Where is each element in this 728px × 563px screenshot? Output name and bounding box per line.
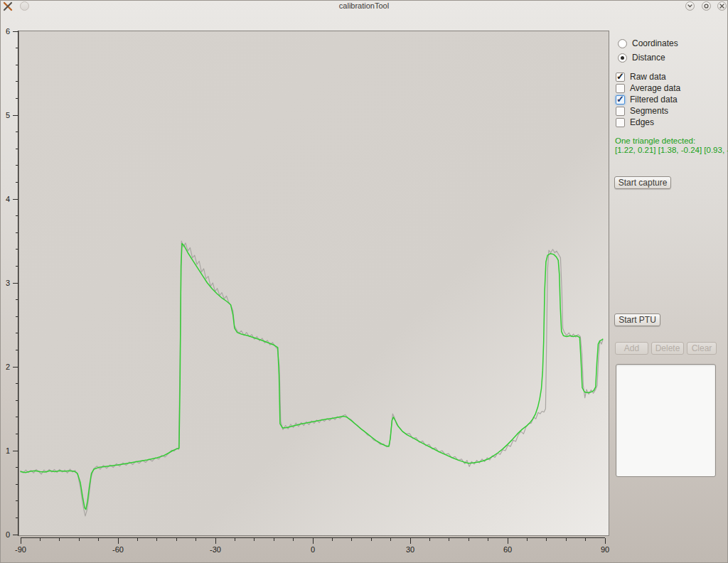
detection-status: One triangle detected: [1.22, 0.21] [1.3…: [615, 136, 728, 155]
window-maximize-button[interactable]: [702, 1, 711, 11]
checkbox-indicator: ✓: [616, 118, 625, 127]
control-panel: Coordinates Distance ✓ Raw data ✓ Averag…: [610, 28, 728, 563]
window-title: calibrationTool: [0, 1, 728, 10]
radio-distance[interactable]: Distance: [618, 53, 665, 63]
checkbox-indicator: ✓: [616, 95, 625, 104]
detection-status-line1: One triangle detected:: [615, 136, 728, 146]
checkbox-label: Filtered data: [630, 95, 678, 104]
x-tick-label: -60: [112, 545, 124, 554]
checkbox-label: Segments: [630, 106, 668, 116]
titlebar: calibrationTool: [0, 0, 728, 12]
y-tick-label: 5: [6, 111, 10, 119]
y-tick-label: 0: [6, 530, 10, 539]
points-listbox[interactable]: [616, 364, 716, 477]
x-tick-label: 90: [601, 545, 609, 554]
clear-button[interactable]: Clear: [687, 342, 717, 355]
plot-series-svg: [19, 31, 609, 535]
start-capture-button[interactable]: Start capture: [614, 176, 671, 189]
checkbox-label: Raw data: [630, 72, 666, 82]
x-tick-label: 30: [406, 545, 414, 554]
y-tick-label: 3: [6, 279, 10, 287]
x-tick-label: 60: [503, 545, 512, 554]
radio-label: Coordinates: [632, 38, 678, 48]
checkbox-indicator: ✓: [616, 107, 625, 116]
close-icon: [718, 2, 726, 10]
y-tick-label: 1: [6, 446, 10, 455]
detection-status-line2: [1.22, 0.21] [1.38, -0.24] [0.93, -0.41]: [615, 146, 728, 155]
checkbox-label: Edges: [630, 117, 654, 127]
chevron-down-icon: [686, 2, 694, 10]
delete-button[interactable]: Delete: [651, 342, 684, 355]
radio-indicator: [618, 53, 627, 63]
checkbox-indicator: ✓: [616, 73, 625, 82]
checkbox-segments[interactable]: ✓ Segments: [616, 106, 668, 116]
y-tick-label: 6: [6, 27, 10, 36]
y-tick-label: 2: [6, 363, 10, 371]
y-tick-label: 4: [6, 195, 10, 203]
checkbox-label: Average data: [630, 83, 680, 93]
start-ptu-button[interactable]: Start PTU: [614, 313, 660, 326]
radio-indicator: [618, 39, 627, 48]
x-tick-label: 0: [311, 545, 315, 554]
add-button[interactable]: Add: [615, 342, 648, 355]
radio-label: Distance: [632, 53, 665, 63]
x-tick-label: -90: [15, 545, 26, 554]
checkbox-edges[interactable]: ✓ Edges: [616, 117, 654, 127]
radio-coordinates[interactable]: Coordinates: [618, 38, 678, 48]
window-close-button[interactable]: [717, 1, 727, 11]
filtered-data-series: [21, 244, 603, 510]
plot-canvas[interactable]: [18, 31, 609, 536]
x-tick-label: -30: [210, 545, 221, 554]
checkbox-raw-data[interactable]: ✓ Raw data: [616, 72, 666, 82]
checkbox-indicator: ✓: [616, 84, 625, 93]
app-window: calibrationTool 0123456-90-60-300306090 …: [0, 0, 728, 563]
raw-data-series: [21, 241, 603, 516]
checkbox-filtered-data[interactable]: ✓ Filtered data: [616, 95, 678, 104]
window-shade-button[interactable]: [685, 1, 695, 11]
maximize-circle-icon: [702, 2, 710, 10]
checkbox-average-data[interactable]: ✓ Average data: [616, 83, 680, 93]
